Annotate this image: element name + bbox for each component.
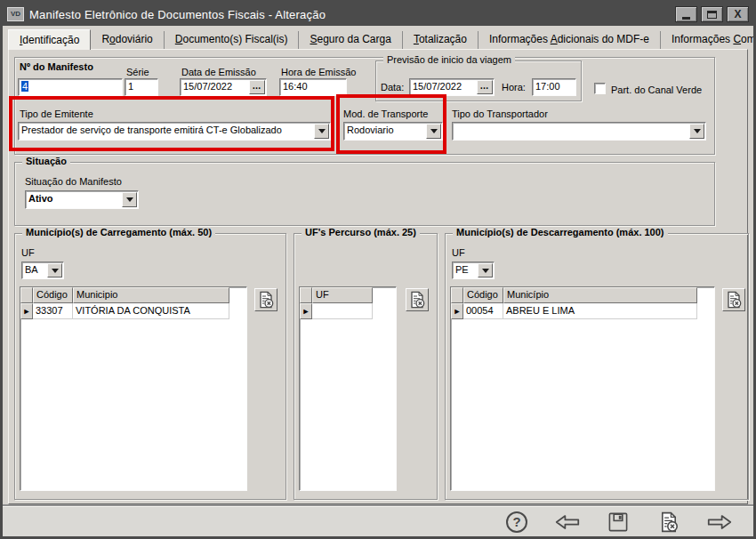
- descarregamento-uf-combo[interactable]: PE: [452, 261, 495, 279]
- carregamento-title: Município(s) de Carregamento (máx. 50): [22, 227, 215, 237]
- help-icon: ?: [506, 511, 527, 533]
- save-icon: [607, 511, 629, 533]
- descarregamento-title: Município(s) de Descarregamento (máx. 10…: [453, 227, 668, 237]
- app-window: VD Manifesto Eletrônico de Documentos Fi…: [0, 0, 756, 539]
- situacao-combo[interactable]: Ativo: [25, 190, 139, 209]
- descarregamento-uf-dropdown-button[interactable]: [478, 263, 493, 278]
- title-bar: VD Manifesto Eletrônico de Documentos Fi…: [3, 3, 753, 26]
- arrow-right-icon: [707, 512, 732, 532]
- data-emissao-input[interactable]: 15/07/2022 …: [180, 78, 267, 96]
- window-title: Manifesto Eletrônico de Documentos Fisca…: [29, 8, 326, 21]
- descarregamento-remove-button[interactable]: [722, 288, 745, 311]
- percurso-title: UF's Percurso (máx. 25): [302, 227, 420, 237]
- tab-rodoviario[interactable]: Rodoviário: [91, 31, 164, 49]
- carregamento-remove-button[interactable]: [254, 288, 277, 311]
- tipo-emitente-dropdown-button[interactable]: [314, 124, 329, 139]
- chevron-down-icon: [694, 129, 701, 137]
- row-marker-icon: ►: [300, 303, 312, 319]
- bottom-toolbar: ?: [3, 506, 753, 536]
- chevron-down-icon: [430, 129, 438, 137]
- tab-informacoes-complementares[interactable]: Informações Complementares: [661, 31, 756, 49]
- tipo-transportador-label: Tipo do Transportador: [452, 109, 548, 119]
- mod-transporte-combo[interactable]: Rodoviario: [343, 122, 443, 141]
- maximize-icon: [707, 11, 717, 19]
- page-identificacao: Nº do Manifesto 4 Série 1 Data de Emissã…: [8, 49, 748, 504]
- arrow-left-icon: [555, 512, 580, 532]
- table-row[interactable]: ► 33307 VITÓRIA DA CONQUISTA: [20, 303, 246, 319]
- situacao-manifesto-label: Situação do Manifesto: [25, 176, 122, 187]
- tab-totalizacao[interactable]: Totalização: [403, 31, 479, 49]
- close-icon: X: [734, 8, 741, 20]
- carregamento-grid[interactable]: Código Municipio ► 33307 VITÓRIA DA CONQ…: [20, 286, 247, 491]
- manifesto-label: Nº do Manifesto: [20, 61, 93, 72]
- remove-document-icon: [408, 291, 426, 309]
- descarregamento-grid-header: Código Município: [451, 287, 714, 303]
- tipo-transportador-combo[interactable]: [452, 122, 706, 141]
- canal-verde-checkbox[interactable]: [594, 83, 606, 94]
- canal-verde-label: Part. do Canal Verde: [611, 84, 702, 95]
- tab-identificacao[interactable]: Identificação: [8, 29, 91, 50]
- tab-seguro-da-carga[interactable]: Seguro da Carga: [299, 31, 402, 49]
- descarregamento-grid[interactable]: Código Município ► 00054 ABREU E LIMA: [450, 286, 715, 491]
- percurso-remove-button[interactable]: [406, 288, 429, 311]
- tab-informacoes-adicionais[interactable]: Informações Adicionais do MDF-e: [479, 31, 661, 49]
- table-row[interactable]: ►: [300, 303, 396, 319]
- remove-document-icon: [257, 291, 275, 309]
- manifesto-value: 4: [21, 81, 28, 92]
- minimize-button[interactable]: [675, 6, 697, 22]
- chevron-down-icon: [318, 129, 326, 137]
- help-button[interactable]: ?: [504, 510, 529, 535]
- chevron-down-icon: [126, 197, 133, 205]
- carregamento-uf-dropdown-button[interactable]: [47, 263, 62, 278]
- previsao-data-label: Data:: [381, 82, 404, 93]
- delete-record-button[interactable]: [656, 510, 681, 535]
- previsao-hora-input[interactable]: 17:00: [532, 78, 576, 96]
- previous-button[interactable]: [555, 510, 580, 535]
- save-button[interactable]: [606, 510, 631, 535]
- maximize-button[interactable]: [701, 6, 723, 22]
- previsao-data-input[interactable]: 15/07/2022 …: [409, 78, 495, 96]
- tipo-emitente-combo[interactable]: Prestador de serviço de transporte emiti…: [18, 122, 331, 141]
- chevron-down-icon: [52, 269, 59, 277]
- descarregamento-uf-label: UF: [452, 247, 465, 258]
- chevron-down-icon: [482, 269, 489, 277]
- hora-emissao-label: Hora de Emissão: [281, 67, 356, 77]
- next-button[interactable]: [707, 510, 732, 535]
- row-marker-icon: ►: [20, 303, 33, 319]
- mod-transporte-dropdown-button[interactable]: [426, 124, 441, 139]
- carregamento-grid-header: Código Municipio: [20, 287, 246, 303]
- minimize-icon: [682, 17, 690, 20]
- remove-document-icon: [725, 291, 743, 309]
- carregamento-uf-combo[interactable]: BA: [21, 261, 64, 279]
- data-emissao-browse-button[interactable]: …: [249, 80, 265, 94]
- mod-transporte-label: Mod. de Transporte: [343, 109, 428, 119]
- serie-label: Série: [126, 67, 149, 77]
- delete-document-icon: [658, 511, 680, 533]
- row-marker-icon: ►: [451, 303, 463, 319]
- percurso-grid-header: UF: [300, 287, 396, 303]
- tab-documentos-fiscais[interactable]: Documento(s) Fiscal(is): [165, 31, 300, 49]
- previsao-data-browse-button[interactable]: …: [477, 80, 493, 94]
- data-emissao-label: Data de Emissão: [181, 67, 256, 77]
- situacao-title: Situação: [22, 156, 70, 166]
- hora-emissao-input[interactable]: 16:40: [279, 78, 347, 96]
- percurso-grid[interactable]: UF ►: [299, 286, 397, 491]
- manifesto-input[interactable]: 4: [18, 78, 123, 96]
- carregamento-uf-label: UF: [21, 247, 35, 258]
- close-button[interactable]: X: [727, 6, 749, 22]
- table-row[interactable]: ► 00054 ABREU E LIMA: [451, 303, 714, 319]
- tipo-emitente-label: Tipo de Emitente: [20, 109, 93, 119]
- tab-strip: Identificação Rodoviário Documento(s) Fi…: [8, 28, 748, 49]
- app-icon: VD: [7, 7, 24, 21]
- serie-input[interactable]: 1: [125, 78, 158, 96]
- previsao-title: Previsão de inicio da viagem: [383, 54, 515, 65]
- previsao-hora-label: Hora:: [502, 82, 526, 93]
- situacao-dropdown-button[interactable]: [122, 192, 137, 207]
- tipo-transportador-dropdown-button[interactable]: [689, 124, 704, 139]
